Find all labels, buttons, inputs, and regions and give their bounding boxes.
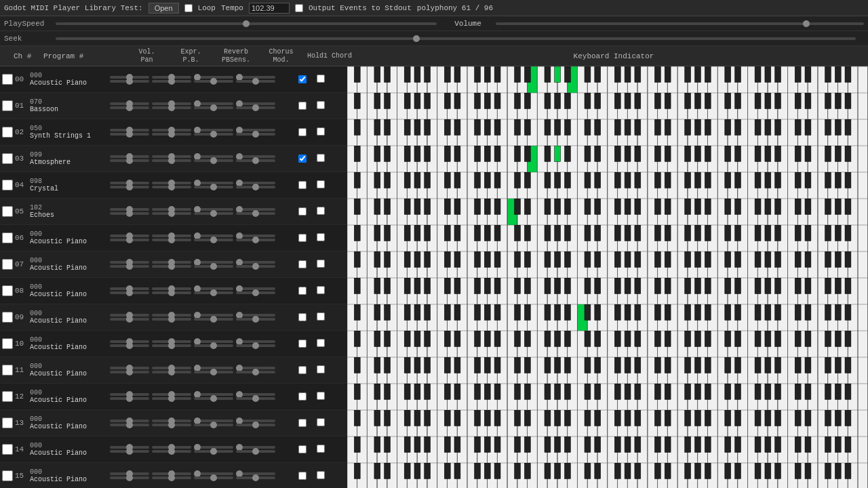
pan-slider[interactable] bbox=[110, 424, 149, 426]
ch-mute-checkbox[interactable] bbox=[2, 338, 13, 349]
mod-slider[interactable] bbox=[236, 344, 275, 347]
hold-checkbox[interactable] bbox=[298, 366, 307, 374]
mod-slider[interactable] bbox=[236, 318, 275, 321]
chord-checkbox[interactable] bbox=[317, 127, 325, 136]
pbsens-slider[interactable] bbox=[194, 133, 233, 136]
chord-checkbox[interactable] bbox=[317, 233, 325, 241]
pan-slider[interactable] bbox=[110, 450, 149, 453]
pb-slider[interactable] bbox=[152, 133, 191, 136]
pb-slider[interactable] bbox=[152, 397, 191, 400]
chord-checkbox[interactable] bbox=[317, 339, 325, 347]
ch-mute-checkbox[interactable] bbox=[2, 444, 13, 455]
pan-slider[interactable] bbox=[110, 186, 149, 188]
pbsens-slider[interactable] bbox=[194, 80, 233, 83]
chord-checkbox[interactable] bbox=[317, 392, 325, 400]
mod-slider[interactable] bbox=[236, 265, 275, 268]
ch-mute-checkbox[interactable] bbox=[2, 285, 13, 296]
pbsens-slider[interactable] bbox=[194, 212, 233, 215]
pb-slider[interactable] bbox=[152, 265, 191, 268]
chord-checkbox[interactable] bbox=[317, 154, 325, 162]
mod-slider[interactable] bbox=[236, 212, 275, 215]
hold-checkbox[interactable] bbox=[298, 207, 307, 216]
hold-checkbox[interactable] bbox=[298, 419, 307, 427]
pbsens-slider[interactable] bbox=[194, 159, 233, 162]
pbsens-slider[interactable] bbox=[194, 424, 233, 426]
pbsens-slider[interactable] bbox=[194, 291, 233, 294]
pan-slider[interactable] bbox=[110, 318, 149, 321]
hold-checkbox[interactable] bbox=[298, 340, 307, 348]
pb-slider[interactable] bbox=[152, 106, 191, 109]
hold-checkbox[interactable] bbox=[298, 234, 307, 242]
open-button[interactable]: Open bbox=[149, 3, 179, 14]
pan-slider[interactable] bbox=[110, 80, 149, 83]
hold-checkbox[interactable] bbox=[298, 155, 307, 163]
chord-checkbox[interactable] bbox=[317, 418, 325, 426]
ch-mute-checkbox[interactable] bbox=[2, 100, 13, 111]
ch-mute-checkbox[interactable] bbox=[2, 259, 13, 270]
pan-slider[interactable] bbox=[110, 265, 149, 268]
mod-slider[interactable] bbox=[236, 133, 275, 136]
mod-slider[interactable] bbox=[236, 397, 275, 400]
chord-checkbox[interactable] bbox=[317, 445, 325, 453]
mod-slider[interactable] bbox=[236, 239, 275, 241]
hold-checkbox[interactable] bbox=[298, 445, 307, 453]
chord-checkbox[interactable] bbox=[317, 312, 325, 321]
hold-checkbox[interactable] bbox=[298, 287, 307, 295]
ch-mute-checkbox[interactable] bbox=[2, 470, 13, 481]
chord-checkbox[interactable] bbox=[317, 101, 325, 109]
pb-slider[interactable] bbox=[152, 80, 191, 83]
pbsens-slider[interactable] bbox=[194, 318, 233, 321]
loop-checkbox[interactable] bbox=[184, 4, 193, 12]
hold-checkbox[interactable] bbox=[298, 392, 307, 401]
pb-slider[interactable] bbox=[152, 318, 191, 321]
hold-checkbox[interactable] bbox=[298, 128, 307, 136]
pb-slider[interactable] bbox=[152, 344, 191, 347]
output-checkbox[interactable] bbox=[295, 4, 303, 12]
pbsens-slider[interactable] bbox=[194, 476, 233, 479]
mod-slider[interactable] bbox=[236, 80, 275, 83]
pbsens-slider[interactable] bbox=[194, 344, 233, 347]
pbsens-slider[interactable] bbox=[194, 371, 233, 373]
pan-slider[interactable] bbox=[110, 239, 149, 241]
chord-checkbox[interactable] bbox=[317, 471, 325, 479]
ch-mute-checkbox[interactable] bbox=[2, 206, 13, 217]
ch-mute-checkbox[interactable] bbox=[2, 127, 13, 138]
pbsens-slider[interactable] bbox=[194, 450, 233, 453]
seek-slider[interactable] bbox=[56, 37, 856, 40]
mod-slider[interactable] bbox=[236, 424, 275, 426]
pan-slider[interactable] bbox=[110, 212, 149, 215]
hold-checkbox[interactable] bbox=[298, 260, 307, 268]
mod-slider[interactable] bbox=[236, 450, 275, 453]
ch-mute-checkbox[interactable] bbox=[2, 312, 13, 323]
pb-slider[interactable] bbox=[152, 291, 191, 294]
pbsens-slider[interactable] bbox=[194, 265, 233, 268]
pbsens-slider[interactable] bbox=[194, 106, 233, 109]
pb-slider[interactable] bbox=[152, 159, 191, 162]
chord-checkbox[interactable] bbox=[317, 286, 325, 294]
tempo-input[interactable] bbox=[249, 3, 290, 14]
hold-checkbox[interactable] bbox=[298, 75, 307, 83]
pb-slider[interactable] bbox=[152, 186, 191, 188]
pb-slider[interactable] bbox=[152, 239, 191, 241]
ch-mute-checkbox[interactable] bbox=[2, 391, 13, 402]
chord-checkbox[interactable] bbox=[317, 365, 325, 373]
pb-slider[interactable] bbox=[152, 212, 191, 215]
volume-slider[interactable] bbox=[496, 22, 864, 25]
mod-slider[interactable] bbox=[236, 291, 275, 294]
chord-checkbox[interactable] bbox=[317, 207, 325, 215]
mod-slider[interactable] bbox=[236, 371, 275, 373]
pan-slider[interactable] bbox=[110, 133, 149, 136]
hold-checkbox[interactable] bbox=[298, 102, 307, 110]
playspeed-slider[interactable] bbox=[56, 22, 437, 25]
hold-checkbox[interactable] bbox=[298, 313, 307, 321]
pbsens-slider[interactable] bbox=[194, 239, 233, 241]
chord-checkbox[interactable] bbox=[317, 180, 325, 188]
pb-slider[interactable] bbox=[152, 476, 191, 479]
pan-slider[interactable] bbox=[110, 397, 149, 400]
mod-slider[interactable] bbox=[236, 186, 275, 188]
hold-checkbox[interactable] bbox=[298, 181, 307, 189]
pbsens-slider[interactable] bbox=[194, 186, 233, 188]
ch-mute-checkbox[interactable] bbox=[2, 365, 13, 375]
ch-mute-checkbox[interactable] bbox=[2, 153, 13, 164]
pb-slider[interactable] bbox=[152, 450, 191, 453]
